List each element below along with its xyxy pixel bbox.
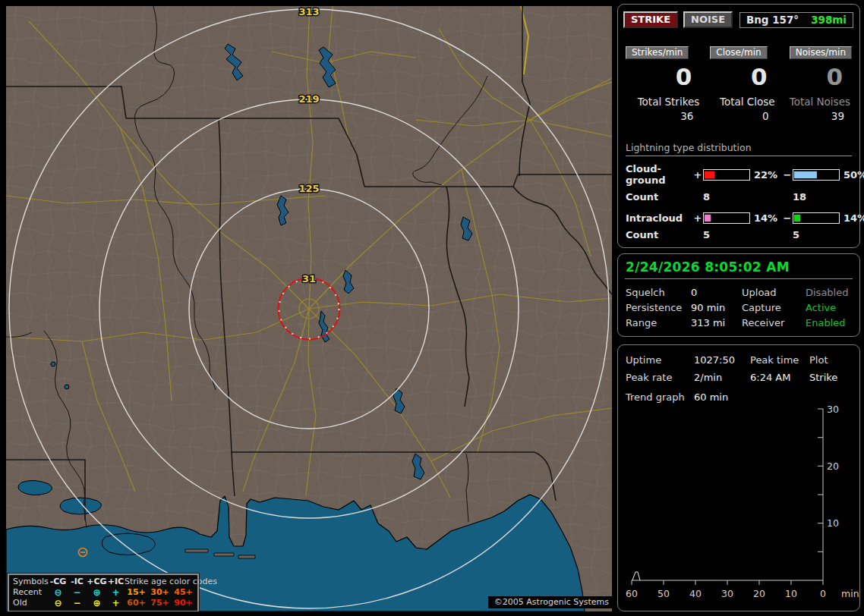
- trend-graph-value: 60 min: [694, 391, 852, 403]
- total-strikes-label: Total Strikes: [626, 96, 701, 108]
- ic-positive-pct: 14%: [750, 212, 782, 224]
- peak-time-label: Peak time: [750, 351, 809, 369]
- total-strikes-value: 36: [626, 110, 701, 122]
- ic-negative-bar: [793, 212, 840, 224]
- recent-ic-plus-icon: +: [107, 587, 125, 598]
- count-label: Count: [626, 191, 692, 203]
- y-ticks: [818, 409, 823, 552]
- plot-value: Strike: [809, 369, 852, 386]
- receiver-status: Enabled: [806, 316, 852, 331]
- cloud-ground-row: Cloud-ground + 22% − 50%: [626, 163, 852, 186]
- lightning-map[interactable]: 313 219 125 31: [6, 6, 612, 611]
- noise-mode-button[interactable]: NOISE: [683, 11, 733, 28]
- ring-label-125: 125: [298, 183, 319, 194]
- status-grid: Squelch 0 Upload Disabled Persistence 90…: [626, 285, 852, 331]
- ic-positive-bar: [703, 212, 750, 224]
- ring-label-313: 313: [298, 6, 319, 17]
- uptime-label: Uptime: [626, 351, 694, 369]
- lightning-distribution: Lightning type distribution Cloud-ground…: [626, 142, 852, 240]
- peak-time-value: 6:24 AM: [750, 369, 809, 386]
- bearing-distance: 398mi: [811, 14, 847, 26]
- age-30: 30+: [148, 587, 172, 598]
- strike-mode-button[interactable]: STRIKE: [623, 11, 678, 28]
- age-15: 15+: [125, 587, 148, 598]
- legend-col-ic-plus: +IC: [107, 577, 125, 587]
- svg-text:10: 10: [827, 517, 839, 529]
- squelch-label: Squelch: [626, 285, 691, 300]
- old-cg-minus-icon: ⊖: [49, 598, 68, 608]
- total-noises-label: Total Noises: [777, 96, 852, 108]
- legend-col-ic-minus: -IC: [68, 577, 87, 587]
- rate-counters: Strikes/min 0 Total Strikes 36 Close/min…: [626, 46, 852, 122]
- trend-graph-label: Trend graph: [626, 391, 694, 403]
- legend-col-cg-plus: +CG: [87, 577, 107, 587]
- trend-box: Uptime 1027:50 Peak time Plot Peak rate …: [617, 344, 860, 611]
- trend-series-blip: [632, 572, 640, 580]
- noises-per-min-value: 0: [777, 64, 852, 90]
- x-ticks: [632, 580, 823, 585]
- cg-positive-count: 8: [703, 191, 750, 203]
- svg-text:30: 30: [827, 404, 839, 415]
- age-60: 60+: [125, 598, 148, 608]
- range-label: Range: [626, 316, 691, 331]
- legend-old-label: Old: [13, 598, 49, 608]
- age-90: 90+: [172, 598, 195, 608]
- recent-ic-minus-icon: −: [68, 587, 87, 598]
- age-45: 45+: [172, 587, 195, 598]
- noises-column: Noises/min 0 Total Noises 39: [777, 46, 852, 122]
- distribution-title: Lightning type distribution: [626, 142, 852, 156]
- divider: [625, 278, 853, 279]
- persistence-value: 90 min: [691, 300, 742, 316]
- strikes-per-min-button[interactable]: Strikes/min: [626, 46, 689, 59]
- svg-text:30: 30: [721, 588, 733, 599]
- ic-negative-count: 5: [793, 229, 840, 240]
- svg-text:0: 0: [820, 588, 826, 599]
- cg-negative-bar: [793, 169, 840, 181]
- total-close-label: Total Close: [701, 96, 776, 108]
- trend-axes: [632, 409, 823, 580]
- map-region: 313 219 125 31 Symbols -CG -IC +CG +IC S…: [6, 6, 612, 611]
- ring-label-219: 219: [298, 93, 319, 105]
- receiver-label: Receiver: [742, 316, 806, 331]
- close-column: Close/min 0 Total Close 0: [701, 46, 776, 122]
- intracloud-count-row: Count 5 5: [626, 229, 852, 240]
- bearing-readout: Bng 157° 398mi: [739, 12, 853, 28]
- noises-per-min-button[interactable]: Noises/min: [790, 46, 852, 59]
- uptime-grid: Uptime 1027:50 Peak time Plot Peak rate …: [626, 351, 852, 386]
- legend-recent-label: Recent: [13, 587, 49, 598]
- cg-negative-count: 18: [793, 191, 840, 203]
- peak-rate-value: 2/min: [694, 369, 750, 386]
- svg-text:50: 50: [657, 588, 670, 599]
- copyright-notice: ©2005 Astrogenic Systems: [488, 596, 612, 608]
- uptime-value: 1027:50: [694, 351, 750, 369]
- svg-text:60: 60: [626, 588, 638, 599]
- cg-positive-pct: 22%: [750, 169, 782, 181]
- svg-text:40: 40: [689, 588, 702, 599]
- minus-sign: −: [782, 212, 793, 224]
- legend-symbols-header: Symbols: [13, 577, 49, 587]
- legend-header-row: Symbols -CG -IC +CG +IC Strike age color…: [13, 577, 195, 587]
- old-cg-plus-icon: ⊕: [87, 598, 107, 608]
- svg-text:10: 10: [785, 588, 797, 599]
- counters-box: STRIKE NOISE Bng 157° 398mi Strikes/min …: [617, 4, 860, 248]
- intracloud-row: Intracloud + 14% − 14%: [626, 212, 852, 224]
- strikes-per-min-value: 0: [626, 64, 701, 90]
- upload-status: Disabled: [806, 285, 852, 300]
- legend-age-title: Strike age color codes: [125, 577, 195, 587]
- minus-sign: −: [782, 169, 793, 181]
- bearing-value: Bng 157°: [746, 14, 799, 26]
- capture-status: Active: [806, 300, 852, 316]
- svg-text:20: 20: [753, 588, 765, 599]
- trend-graph: 30 20 10 60 50 40 30 20 10 0 min: [621, 404, 861, 603]
- svg-text:20: 20: [827, 460, 839, 472]
- legend-old-row: Old ⊖ − ⊕ + 60+ 75+ 90+: [13, 598, 195, 608]
- close-per-min-button[interactable]: Close/min: [710, 46, 767, 59]
- ring-label-31: 31: [302, 273, 316, 284]
- ic-positive-count: 5: [703, 229, 750, 240]
- persistence-label: Persistence: [626, 300, 691, 316]
- strikes-column: Strikes/min 0 Total Strikes 36: [626, 46, 701, 122]
- capture-label: Capture: [742, 300, 806, 316]
- plus-sign: +: [692, 212, 703, 224]
- trend-graph-row: Trend graph 60 min: [626, 391, 852, 403]
- cg-positive-bar: [703, 169, 750, 181]
